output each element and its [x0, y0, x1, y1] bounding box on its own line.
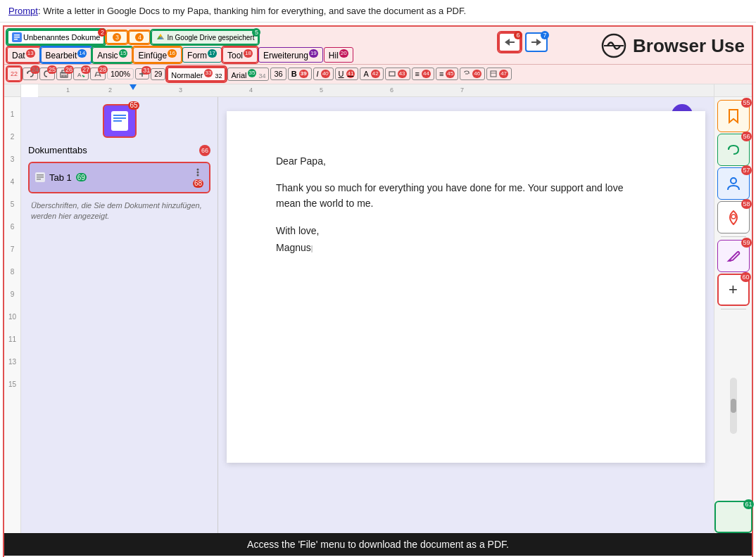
- tb-46[interactable]: 46: [460, 68, 485, 80]
- tb-40-badge: 40: [321, 70, 330, 78]
- tab-1-badge-69: 69: [76, 173, 87, 181]
- tb-29-content: 29: [154, 70, 162, 78]
- menu-dat[interactable]: Dat13: [7, 47, 40, 63]
- tab-1-kebab[interactable]: 68: [193, 167, 203, 188]
- tb-undo[interactable]: 24: [23, 68, 38, 80]
- sidebar-header: Dokumenttabs 66: [28, 145, 210, 156]
- ruler-mark-7: 7: [460, 87, 464, 94]
- ruler-v-13: 13: [8, 359, 16, 366]
- right-btn-55[interactable]: 55: [717, 100, 750, 132]
- svg-text:A: A: [77, 72, 82, 78]
- tb-style[interactable]: Normaler33 32: [167, 67, 226, 82]
- right-btn-57[interactable]: 57: [717, 167, 750, 200]
- tb-44[interactable]: ≡44: [412, 68, 434, 80]
- tb-43[interactable]: 43: [385, 68, 410, 80]
- tb-41[interactable]: U41: [335, 68, 359, 80]
- ruler-v-6: 6: [11, 224, 15, 231]
- doc-icon-area: 65: [28, 104, 210, 138]
- right-badge-55: 55: [741, 98, 751, 108]
- tb-41-badge: 41: [346, 70, 355, 78]
- ruler-v-1: 1: [11, 111, 15, 118]
- tb-47[interactable]: 47: [486, 68, 512, 80]
- doc-letter[interactable]: Dear Papa, Thank you so much for everyth…: [276, 153, 656, 256]
- scrollbar-track[interactable]: [730, 378, 737, 434]
- svg-rect-1: [14, 34, 20, 36]
- menu-tools[interactable]: Tool18: [222, 47, 258, 63]
- prompt-bar: Prompt: Write a letter in Google Docs to…: [0, 0, 756, 23]
- right-btn-59[interactable]: 59: [717, 240, 750, 272]
- tab-docs[interactable]: Unbenanntes Dokume 2: [7, 30, 105, 45]
- doc-icon-btn[interactable]: 65: [103, 104, 137, 138]
- drive-icon: [156, 32, 165, 42]
- right-btn-58[interactable]: 58: [717, 201, 750, 233]
- ruler-v-5: 5: [11, 201, 15, 208]
- tb-spell[interactable]: A 27: [73, 68, 89, 80]
- svg-rect-13: [389, 72, 395, 76]
- left-ruler: 1 2 3 4 5 6 7 8 9 10 11 13 15: [4, 97, 21, 533]
- tb-22[interactable]: 22: [7, 67, 21, 81]
- signature-text: Magnus: [276, 242, 311, 253]
- doc-page: Dear Papa, Thank you so much for everyth…: [227, 111, 705, 463]
- tab-1-item[interactable]: Tab 1 69 68: [28, 162, 210, 193]
- ruler-mark-5: 5: [320, 87, 323, 94]
- ruler-v-7: 7: [11, 246, 15, 253]
- tb-47-icon: [490, 70, 497, 77]
- tb-29[interactable]: 29: [151, 68, 165, 80]
- tab-drive[interactable]: In Google Drive gespeichert 5: [151, 30, 258, 44]
- forward-btn[interactable]: 7: [525, 32, 548, 52]
- right-badge-56: 56: [741, 132, 751, 141]
- tab-4[interactable]: 4: [129, 31, 150, 44]
- right-separator-2: [721, 309, 746, 309]
- plus-icon: +: [729, 281, 738, 299]
- svg-point-27: [731, 178, 736, 184]
- tb-font-badge: 35: [248, 69, 257, 77]
- tb-font[interactable]: Arial35 34: [227, 68, 269, 81]
- tb-43-badge: 43: [398, 70, 407, 78]
- right-btn-61[interactable]: 61: [714, 501, 752, 533]
- menu-format[interactable]: Form17: [182, 47, 222, 63]
- back-btn[interactable]: 6: [498, 32, 521, 52]
- tb-42[interactable]: A42: [360, 68, 383, 80]
- menu-format-label: Form: [187, 51, 207, 60]
- right-separator-1: [721, 236, 746, 237]
- prompt-text: : Write a letter in Google Docs to my Pa…: [38, 6, 466, 16]
- browser-frame: Unbenanntes Dokume 2 3 4 In Google Dr: [3, 25, 753, 557]
- right-sidebar: 55 56 57: [714, 97, 752, 533]
- ruler-mark-2: 2: [108, 87, 112, 94]
- forward-icon: [531, 37, 542, 47]
- tab-1-badge-68: 68: [193, 179, 203, 188]
- tb-print[interactable]: 26: [56, 68, 72, 80]
- tb-43-icon: [389, 70, 396, 77]
- svg-point-25: [196, 171, 199, 173]
- svg-rect-17: [113, 115, 126, 116]
- tb-40[interactable]: I40: [313, 68, 334, 80]
- menu-einfuegen[interactable]: Einfüge16: [133, 47, 182, 63]
- sidebar-badge: 66: [199, 145, 210, 156]
- scrollbar-thumb[interactable]: [731, 399, 736, 413]
- menu-help[interactable]: Hil20: [324, 47, 353, 63]
- ruler-v-9: 9: [11, 291, 15, 298]
- tb-size[interactable]: 36: [270, 68, 286, 80]
- menu-dat-label: Dat: [12, 51, 25, 60]
- tb-paint[interactable]: 28: [90, 68, 106, 80]
- tb-style-badge: 33: [204, 69, 213, 77]
- tb-45[interactable]: ≡45: [436, 68, 458, 80]
- menu-ansicht[interactable]: Ansic15: [92, 47, 132, 63]
- tb-31[interactable]: 31: [135, 68, 149, 79]
- prompt-link[interactable]: Prompt: [8, 6, 38, 16]
- menu-ansicht-badge: 15: [119, 49, 128, 58]
- menu-bearbeiten[interactable]: Bearbeit14: [41, 47, 92, 63]
- right-btn-60[interactable]: + 60: [717, 274, 750, 306]
- right-btn-56[interactable]: 56: [717, 134, 750, 166]
- tb-39[interactable]: B39: [288, 68, 312, 80]
- status-bar: Access the 'File' menu to download the d…: [4, 533, 752, 556]
- ruler-mark-1: 1: [66, 87, 70, 94]
- tb-redo[interactable]: 25: [39, 68, 55, 80]
- menu-extensions[interactable]: Erweiterung19: [258, 47, 323, 63]
- menu-ansicht-label: Ansic: [97, 51, 118, 60]
- tb-zoom[interactable]: 100%: [107, 68, 134, 79]
- tab-3[interactable]: 3: [106, 31, 127, 44]
- right-badge-59: 59: [741, 238, 751, 248]
- main-content: 1 2 3 4 5 6 7 8 9 10 11 13 15: [4, 97, 752, 533]
- doc-area[interactable]: ω + Dear Papa, Thank you so much for eve…: [218, 97, 714, 533]
